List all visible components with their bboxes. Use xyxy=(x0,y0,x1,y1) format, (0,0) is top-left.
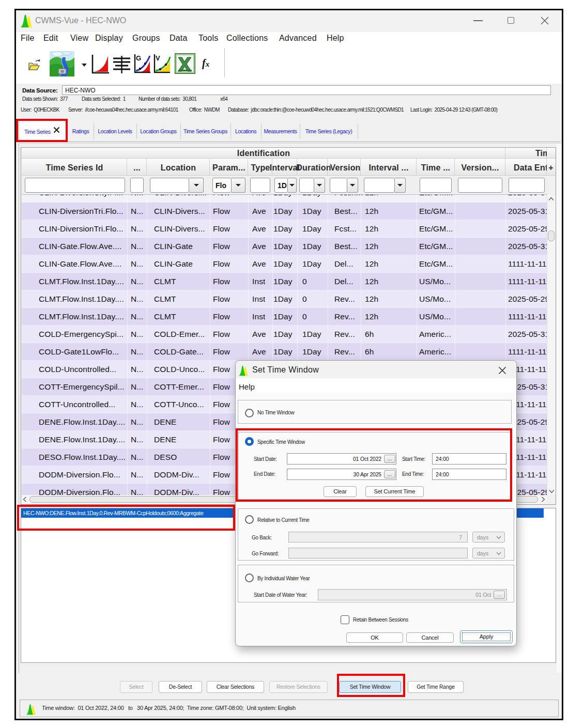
svg-text:G: G xyxy=(136,54,141,62)
svg-text:V: V xyxy=(156,54,160,62)
